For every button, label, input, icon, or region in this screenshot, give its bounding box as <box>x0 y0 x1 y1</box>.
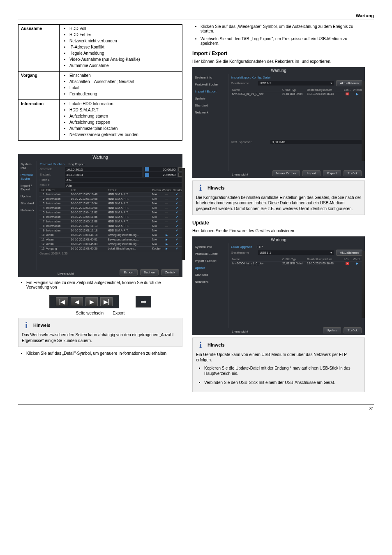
play-icon[interactable]: — <box>161 220 172 224</box>
back-button[interactable]: Zurück <box>344 170 362 176</box>
detail-icon[interactable]: ✔ <box>172 224 182 228</box>
play-icon[interactable]: — <box>161 197 172 201</box>
scrollbar[interactable] <box>362 251 365 318</box>
live-view-button[interactable]: Liveansicht <box>58 272 74 275</box>
tab-log-export[interactable]: Log Export <box>69 162 85 166</box>
tab-local-upgrade[interactable]: Lokal Upgrade <box>231 245 252 249</box>
tab-protokoll-suchen[interactable]: Protokoll Suchen <box>39 162 64 166</box>
tab-ftp[interactable]: FTP <box>256 245 263 249</box>
prev-page-button[interactable]: ◀ <box>71 297 83 306</box>
log-row[interactable]: 2Information16-10-2013 01:10:58HDD S.M.A… <box>39 197 182 201</box>
file-row[interactable]: tvvr30004_int_v1_0_dev 21,811KB Datei 18… <box>231 92 362 96</box>
sidebar-item-importexport[interactable]: Import / Export <box>192 257 228 264</box>
sidebar-item-netzwerk[interactable]: Netzwerk <box>192 278 228 285</box>
sidebar-item-update[interactable]: Update <box>192 264 228 271</box>
detail-icon[interactable]: ✔ <box>172 247 182 251</box>
play-icon[interactable]: — <box>161 206 172 210</box>
live-view-button[interactable]: Liveansicht <box>232 330 248 333</box>
export-button[interactable]: Export <box>120 269 138 275</box>
play-icon[interactable]: — <box>161 210 172 215</box>
filter1-select[interactable]: Alle <box>65 178 182 182</box>
search-button[interactable]: Suchen <box>140 269 159 275</box>
ev-2-3: Aufzeichnung stoppen <box>69 120 180 125</box>
play-icon[interactable]: — <box>161 215 172 219</box>
sidebar-item-update[interactable]: Update <box>192 95 228 102</box>
scrollbar[interactable] <box>182 168 185 260</box>
sidebar-item-standard[interactable]: Standard <box>192 271 228 278</box>
sidebar-item-systeminfo[interactable]: System Info <box>18 161 37 171</box>
refresh-button[interactable]: Aktualisieren <box>336 250 362 256</box>
play-icon[interactable]: ▶ <box>161 233 172 237</box>
delete-icon[interactable]: × <box>346 262 349 265</box>
log-row[interactable]: 5Information16-10-2013 04:11:02HDD S.M.A… <box>39 210 182 215</box>
play-icon[interactable]: ▶ <box>161 238 172 242</box>
first-page-button[interactable]: |◀ <box>56 297 68 306</box>
end-date-input[interactable]: 31.10.2013 <box>65 172 142 177</box>
sidebar-item-netzwerk[interactable]: Netzwerk <box>192 109 228 116</box>
play-icon[interactable]: ▶ <box>356 262 358 265</box>
filter2-select[interactable]: Alle <box>65 183 182 187</box>
para-update: Hier können Sie die Firmware des Gerätes… <box>192 228 365 234</box>
sidebar-item-standard[interactable]: Standard <box>18 200 37 207</box>
update-button[interactable]: Update <box>323 327 341 333</box>
play-icon[interactable]: ▶ <box>356 92 358 95</box>
detail-icon[interactable]: ✔ <box>172 220 182 224</box>
log-row[interactable]: 1Information16-10-2013 00:10:48HDD S.M.A… <box>39 192 182 197</box>
log-row[interactable]: 6Information16-10-2013 05:11:06HDD S.M.A… <box>39 215 182 220</box>
sidebar-item-importexport[interactable]: Import / Export <box>18 182 37 193</box>
last-page-button[interactable]: ▶| <box>100 297 113 306</box>
tab-config-file[interactable]: Import/Export Konfig. Datei <box>231 76 270 79</box>
play-icon[interactable]: — <box>161 192 172 197</box>
sidebar-item-standard[interactable]: Standard <box>192 102 228 109</box>
export-icon-button[interactable]: ➡ <box>136 296 151 308</box>
live-view-button[interactable]: Liveansicht <box>232 173 248 176</box>
detail-icon[interactable]: ✔ <box>172 233 182 237</box>
detail-icon[interactable]: ✔ <box>172 210 182 215</box>
device-select[interactable]: USB1-1▾ <box>258 250 334 255</box>
export-button[interactable]: Export <box>323 170 341 176</box>
start-time-input[interactable]: 00:00:00 <box>144 167 177 171</box>
play-icon[interactable]: ▶ <box>161 247 172 251</box>
file-row[interactable]: tvvr30004_int_v1_0_dev 21,811KB Datei 18… <box>231 261 362 266</box>
detail-icon[interactable]: ✔ <box>172 201 182 206</box>
delete-icon[interactable]: × <box>346 92 349 95</box>
play-icon[interactable]: — <box>161 229 172 233</box>
detail-icon[interactable]: ✔ <box>172 229 182 233</box>
import-button[interactable]: Import <box>302 170 321 176</box>
device-select[interactable]: USB1-1▾ <box>258 81 334 86</box>
sidebar-item-systeminfo[interactable]: System Info <box>192 74 228 81</box>
sidebar-item-importexport[interactable]: Import / Export <box>192 88 228 95</box>
log-row[interactable]: 13Vorgang16-10-2013 08:45:26Lokal: Einst… <box>39 247 182 251</box>
log-row[interactable]: 12Alarm16-10-2013 08:45:03Bewegungserken… <box>39 242 182 247</box>
play-icon[interactable]: — <box>161 201 172 206</box>
sidebar-item-protokoll[interactable]: Protokoll Suche <box>18 171 37 182</box>
log-row[interactable]: 8Information16-10-2013 07:11:13HDD S.M.A… <box>39 224 182 229</box>
detail-icon[interactable]: ✔ <box>172 197 182 201</box>
sidebar-item-protokoll[interactable]: Protokoll Suche <box>192 250 228 257</box>
log-row[interactable]: 7Information16-10-2013 06:11:08HDD S.M.A… <box>39 220 182 224</box>
sidebar-item-netzwerk[interactable]: Netzwerk <box>18 207 37 214</box>
scrollbar[interactable] <box>362 81 365 161</box>
detail-icon[interactable]: ✔ <box>172 206 182 210</box>
play-icon[interactable]: ▶ <box>161 242 172 246</box>
sidebar-item-systeminfo[interactable]: System Info <box>192 243 228 250</box>
detail-icon[interactable]: ✔ <box>172 238 182 242</box>
new-folder-button[interactable]: Neuer Ordner <box>272 170 300 176</box>
end-time-input[interactable]: 23:59:59 <box>144 172 177 177</box>
log-row[interactable]: 3Information16-10-2013 02:10:54HDD S.M.A… <box>39 201 182 206</box>
back-button[interactable]: Zurück <box>161 269 179 275</box>
detail-icon[interactable]: ✔ <box>172 215 182 219</box>
detail-icon[interactable]: ✔ <box>172 242 182 246</box>
sidebar-item-protokoll[interactable]: Protokoll Suche <box>192 81 228 88</box>
detail-icon[interactable]: ✔ <box>172 192 182 197</box>
log-row[interactable]: 4Information16-10-2013 03:10:58HDD S.M.A… <box>39 206 182 210</box>
play-icon[interactable]: — <box>161 224 172 228</box>
sidebar-item-update[interactable]: Update <box>18 193 37 200</box>
refresh-button[interactable]: Aktualisieren <box>336 80 362 86</box>
log-row[interactable]: 9Information16-10-2013 08:11:18HDD S.M.A… <box>39 229 182 233</box>
log-row[interactable]: 10Alarm16-10-2013 08:44:18Bewegungserken… <box>39 233 182 238</box>
log-row[interactable]: 11Alarm16-10-2013 08:45:01Bewegungserken… <box>39 238 182 242</box>
next-page-button[interactable]: ▶ <box>85 297 98 306</box>
back-button[interactable]: Zurück <box>344 327 362 333</box>
start-date-input[interactable]: 16.10.2013 <box>65 167 142 171</box>
